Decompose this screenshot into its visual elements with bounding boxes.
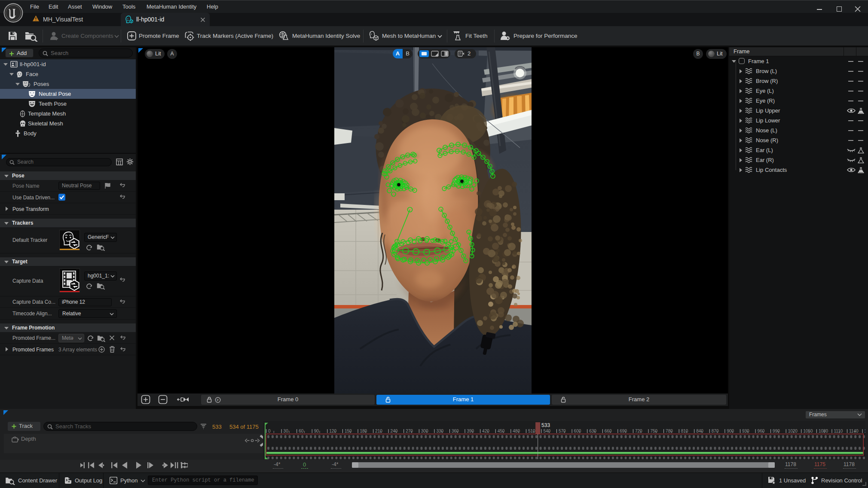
svg-text:840: 840 — [696, 429, 703, 433]
svg-text:210: 210 — [375, 429, 382, 433]
svg-text:570: 570 — [559, 429, 566, 433]
svg-text:810: 810 — [681, 429, 688, 433]
svg-text:1170: 1170 — [865, 429, 865, 433]
svg-text:540: 540 — [543, 429, 550, 433]
svg-text:150: 150 — [345, 429, 352, 433]
svg-text:270: 270 — [406, 429, 413, 433]
svg-text:870: 870 — [712, 429, 719, 433]
svg-text:690: 690 — [620, 429, 627, 433]
svg-text:180: 180 — [360, 429, 367, 433]
svg-text:0: 0 — [268, 429, 271, 433]
svg-text:240: 240 — [391, 429, 398, 433]
svg-text:420: 420 — [482, 429, 489, 433]
svg-text:120: 120 — [329, 429, 336, 433]
svg-text:630: 630 — [589, 429, 596, 433]
svg-text:90: 90 — [314, 429, 319, 433]
svg-text:990: 990 — [773, 429, 780, 433]
svg-text:480: 480 — [513, 429, 520, 433]
svg-text:780: 780 — [666, 429, 673, 433]
svg-text:60: 60 — [299, 429, 304, 433]
svg-text:750: 750 — [651, 429, 658, 433]
svg-text:720: 720 — [635, 429, 642, 433]
svg-text:600: 600 — [574, 429, 581, 433]
svg-text:900: 900 — [727, 429, 734, 433]
svg-text:960: 960 — [758, 429, 765, 433]
svg-text:450: 450 — [498, 429, 505, 433]
svg-text:1050: 1050 — [803, 429, 813, 433]
svg-text:30: 30 — [284, 429, 289, 433]
svg-text:390: 390 — [467, 429, 474, 433]
svg-text:930: 930 — [742, 429, 749, 433]
svg-text:1110: 1110 — [834, 429, 843, 433]
svg-text:510: 510 — [528, 429, 535, 433]
svg-text:1020: 1020 — [788, 429, 798, 433]
svg-text:1140: 1140 — [849, 429, 859, 433]
svg-text:300: 300 — [421, 429, 428, 433]
svg-text:533: 533 — [541, 422, 550, 428]
svg-text:360: 360 — [452, 429, 459, 433]
svg-text:330: 330 — [436, 429, 443, 433]
svg-text:660: 660 — [605, 429, 612, 433]
svg-text:1080: 1080 — [819, 429, 828, 433]
